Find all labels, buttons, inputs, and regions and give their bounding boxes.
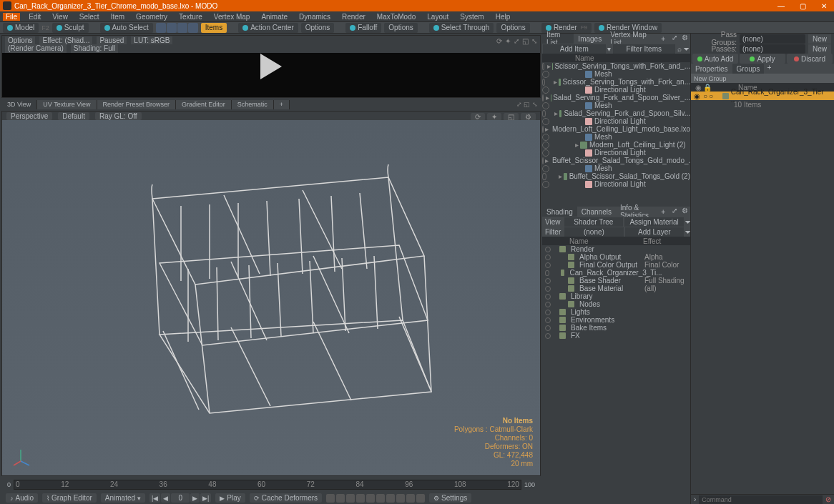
shader-row[interactable]: Nodes: [542, 300, 690, 308]
auto-add-button[interactable]: Auto Add: [692, 54, 738, 64]
menu-layout[interactable]: Layout: [424, 13, 451, 21]
filter-icon[interactable]: ⏷: [683, 45, 690, 53]
visibility-icon[interactable]: [545, 255, 551, 260]
visibility-icon[interactable]: [542, 149, 549, 157]
command-clear-icon[interactable]: ⊘: [825, 495, 831, 503]
tab-images[interactable]: Images: [574, 34, 606, 44]
audio-button[interactable]: ♪Audio: [6, 493, 38, 503]
visibility-icon[interactable]: [545, 333, 551, 339]
tree-item[interactable]: Directional Light: [542, 117, 690, 125]
assign-material-button[interactable]: Assign Material: [624, 217, 684, 227]
menu-help[interactable]: Help: [493, 13, 514, 21]
sculpt-button[interactable]: Sculpt: [52, 23, 89, 33]
anim-icon[interactable]: [406, 494, 415, 503]
anim-icon[interactable]: [356, 494, 365, 503]
mat-mode-icon[interactable]: [188, 23, 198, 33]
timeline[interactable]: 0 01224364860728496108120 100: [1, 478, 541, 492]
menu-maxtomodo[interactable]: MaxToModo: [374, 13, 418, 21]
shader-row[interactable]: Bake Items: [542, 324, 690, 332]
tree-item[interactable]: Directional Light: [542, 180, 690, 188]
visibility-icon[interactable]: [542, 110, 546, 117]
visibility-icon[interactable]: [545, 247, 551, 252]
visibility-icon[interactable]: [542, 173, 546, 180]
minimize-button[interactable]: —: [774, 1, 788, 11]
select-through-button[interactable]: Select Through: [429, 23, 494, 33]
anim-icon[interactable]: [416, 494, 425, 503]
lock-icon[interactable]: 🔒: [703, 84, 712, 92]
properties-tab[interactable]: Properties: [691, 64, 732, 74]
shader-row[interactable]: Base Material(all): [542, 285, 690, 292]
render-camera[interactable]: (Render Camera): [5, 44, 67, 53]
shading-full[interactable]: Shading: Full: [71, 44, 118, 53]
add-item-button[interactable]: Add Item: [543, 44, 606, 54]
visibility-icon[interactable]: [542, 71, 549, 78]
shader-row[interactable]: Base ShaderFull Shading: [542, 277, 690, 285]
preview-lut[interactable]: LUT: sRGB: [131, 36, 172, 44]
edge-mode-icon[interactable]: [167, 23, 177, 33]
new-group-button[interactable]: New Group: [691, 74, 834, 83]
prev-frame-button[interactable]: ◀: [161, 493, 170, 503]
close-button[interactable]: ✕: [817, 1, 831, 11]
menu-edit[interactable]: Edit: [26, 13, 44, 21]
visibility-icon[interactable]: [542, 142, 549, 149]
groups-tab[interactable]: Groups: [732, 64, 765, 74]
options2-button[interactable]: Options: [384, 23, 417, 33]
menu-geometry[interactable]: Geometry: [133, 13, 170, 21]
tree-item[interactable]: Mesh: [542, 164, 690, 172]
preview-options[interactable]: Options: [5, 36, 35, 44]
animated-dropdown[interactable]: Animated▾: [101, 493, 145, 503]
graph-editor-button[interactable]: ⌇Graph Editor: [42, 493, 97, 503]
shader-row[interactable]: Render: [542, 245, 690, 253]
vp-default[interactable]: Default: [58, 112, 89, 120]
visibility-icon[interactable]: [542, 126, 544, 133]
panel-icon[interactable]: ⤢: [669, 34, 680, 44]
visibility-icon[interactable]: [545, 286, 551, 292]
anim-icon[interactable]: [326, 494, 335, 503]
panel-icon[interactable]: ⚙: [680, 207, 690, 217]
next-frame-button[interactable]: ▶: [190, 493, 200, 503]
menu-item[interactable]: Item: [108, 13, 127, 21]
visibility-icon[interactable]: [542, 87, 549, 94]
falloff-button[interactable]: Falloff: [345, 23, 381, 33]
anim-icon[interactable]: [366, 494, 375, 503]
tree-item[interactable]: Mesh: [542, 133, 690, 141]
tab-vertex-map-list[interactable]: Vertex Map List: [606, 34, 657, 44]
visibility-icon[interactable]: [542, 134, 549, 141]
tree-item[interactable]: ▸Modern_Loft_Ceiling_Light (2): [542, 141, 690, 149]
tab-render-preset-browser[interactable]: Render Preset Browser: [97, 100, 177, 109]
menu-system[interactable]: System: [457, 13, 486, 21]
panel-icon[interactable]: ⚙: [680, 34, 690, 44]
anim-icon[interactable]: [346, 494, 355, 503]
command-input[interactable]: [699, 495, 823, 504]
visibility-icon[interactable]: [542, 63, 544, 70]
tab-channels[interactable]: Channels: [577, 207, 616, 217]
visibility-icon[interactable]: [542, 165, 549, 172]
tree-item[interactable]: ▸Salad_Serving_Fork_and_Spoon_Silver_...: [542, 94, 690, 102]
preview-paused[interactable]: Paused: [97, 36, 127, 44]
visibility-icon[interactable]: [545, 270, 549, 276]
vp-icon[interactable]: ⤢ ◱ ⤡: [516, 101, 538, 108]
add-tab-button[interactable]: +: [274, 100, 290, 109]
items-button[interactable]: Items: [201, 23, 227, 33]
shader-row[interactable]: Alpha OutputAlpha: [542, 253, 690, 261]
model-button[interactable]: Model: [3, 23, 39, 33]
shader-row[interactable]: Final Color OutputFinal Color: [542, 261, 690, 269]
anim-icon[interactable]: [386, 494, 395, 503]
visibility-icon[interactable]: [545, 294, 551, 300]
visibility-icon[interactable]: [542, 181, 549, 188]
visibility-icon[interactable]: [542, 118, 549, 125]
options3-button[interactable]: Options: [496, 23, 529, 33]
visibility-icon[interactable]: [542, 79, 545, 86]
visibility-icon[interactable]: [542, 157, 544, 164]
preview-tool-icon[interactable]: ◱: [522, 37, 529, 45]
options1-button[interactable]: Options: [301, 23, 334, 33]
add-tab[interactable]: +: [657, 34, 669, 44]
anim-icon[interactable]: [336, 494, 345, 503]
add-layer-button[interactable]: Add Layer: [625, 227, 684, 237]
viewport-canvas[interactable]: No Items Polygons : Catmull-Clark Channe…: [2, 120, 540, 475]
menu-texture[interactable]: Texture: [176, 13, 205, 21]
step-back-button[interactable]: |◀: [149, 493, 160, 503]
tab-shading[interactable]: Shading: [542, 207, 577, 217]
new-pass[interactable]: New: [808, 44, 831, 54]
tree-item[interactable]: Directional Light: [542, 86, 690, 94]
